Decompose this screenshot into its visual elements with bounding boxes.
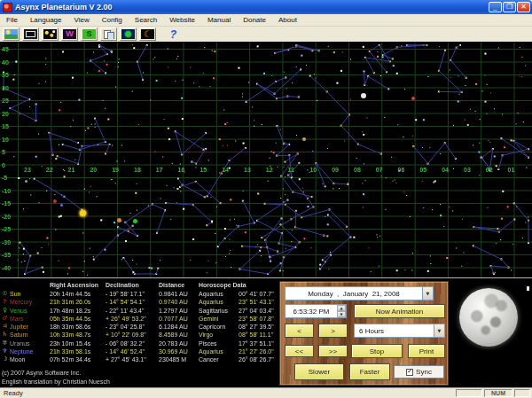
fast-back-button[interactable]: <<	[285, 345, 314, 357]
menu-language[interactable]: Language	[24, 14, 68, 26]
cell-dec: + 26° 49' 53.2"	[106, 315, 159, 323]
date-select[interactable]: Monday , January 21, 2008	[285, 286, 434, 300]
dec-label--15: -15	[2, 200, 11, 207]
copyright-line-1: (c) 2007 Asynx Software Inc.	[2, 369, 278, 378]
stop-button[interactable]: Stop	[351, 344, 403, 358]
sync-check-icon[interactable]	[406, 369, 413, 376]
cell-dist: 0.7077 AU	[159, 315, 199, 323]
neptune-marker[interactable]	[60, 204, 63, 207]
cell-sign: Pisces	[199, 339, 239, 347]
ra-label-12: 12	[266, 167, 273, 173]
spin-down-icon[interactable]: ▼	[337, 311, 346, 317]
interval-dropdown-arrow-icon[interactable]	[434, 324, 444, 337]
sync-checkbox[interactable]: Sync	[394, 365, 444, 378]
help-icon[interactable]: ?	[165, 27, 182, 41]
menu-config[interactable]: Config	[96, 14, 129, 26]
print-button[interactable]: Print	[408, 344, 445, 358]
planet-row-uranus: ♅Uranus23h 10m 15.4s- 06° 08' 32.2"20.78…	[0, 339, 278, 347]
ra-label-03: 03	[464, 167, 471, 173]
saturn-marker[interactable]	[302, 137, 306, 141]
moon-phase-icon[interactable]: ☾	[139, 27, 156, 41]
now-animation-button[interactable]: Now Animation	[354, 304, 445, 318]
cell-dec: + 27° 45' 43.1"	[106, 355, 159, 363]
time-spinner[interactable]: 6:53:32 PM ▲▼	[285, 304, 347, 318]
menu-bar: FileLanguageViewConfigSearchWebsiteManua…	[0, 14, 532, 27]
copy-icon[interactable]	[100, 27, 117, 41]
venus-marker[interactable]	[133, 219, 137, 223]
menu-about[interactable]: About	[272, 14, 303, 26]
planet-row-venus: ♀Venus17h 48m 18.2s- 22° 11' 43.4"1.2797…	[0, 307, 278, 315]
date-dropdown-arrow-icon[interactable]	[422, 287, 433, 300]
moon-marker[interactable]	[361, 93, 366, 98]
interval-select[interactable]: 6 Hours	[354, 324, 445, 338]
jupiter-marker[interactable]	[117, 218, 121, 222]
date-value: Monday , January 21, 2008	[286, 290, 422, 298]
uranus-marker[interactable]	[25, 180, 27, 183]
moon-image	[459, 288, 518, 347]
time-spin-buttons[interactable]: ▲▼	[337, 305, 346, 317]
planet-row-neptune: ♆Neptune21h 33m 58.1s- 14° 46' 52.4"30.9…	[0, 347, 278, 355]
cell-deg: 17° 37' 51.1"	[239, 339, 278, 347]
ra-label-16: 16	[178, 167, 185, 173]
dec-label--10: -10	[2, 188, 11, 194]
menu-website[interactable]: Website	[163, 14, 201, 26]
step-forward-button[interactable]: >	[318, 324, 348, 338]
mercury-marker[interactable]	[53, 199, 57, 203]
star-chart-icon[interactable]	[42, 27, 59, 41]
ra-label-05: 05	[419, 167, 426, 173]
cell-dist: 30.969 AU	[159, 347, 199, 355]
search-icon[interactable]: S	[81, 27, 98, 41]
cell-ra: 05h 35m 44.5s	[50, 315, 106, 323]
moon-phase-icon-glyph: ☾	[141, 29, 154, 39]
cell-name: Neptune	[10, 347, 50, 355]
menu-view[interactable]: View	[67, 14, 95, 26]
spin-up-icon[interactable]: ▲	[337, 305, 346, 311]
fast-forward-button[interactable]: >>	[318, 345, 348, 357]
mars-symbol-icon: ♂	[0, 315, 10, 323]
slower-button[interactable]: Slower	[294, 363, 344, 380]
cell-deg: 23° 58' 07.8"	[239, 315, 278, 323]
saturn-symbol-icon: ♄	[0, 331, 10, 339]
ra-label-08: 08	[354, 167, 361, 173]
cell-name: Uranus	[10, 339, 50, 347]
sun-symbol-icon: ☉	[0, 290, 10, 298]
search-icon-glyph: S	[82, 29, 96, 39]
minimize-button[interactable]: _	[489, 2, 502, 12]
window-title: Asynx Planetarium V 2.00	[15, 3, 489, 12]
cell-dec: - 14° 54' 54.1"	[106, 298, 159, 306]
night-view-icon[interactable]	[22, 27, 39, 41]
cell-dec: + 10° 22' 09.8"	[106, 331, 159, 339]
maximize-button[interactable]: ❐	[503, 2, 516, 12]
dec-label-5: 5	[2, 149, 5, 155]
status-text: Ready	[0, 389, 456, 397]
step-back-button[interactable]: <	[285, 324, 314, 338]
day-view-icon[interactable]	[3, 27, 20, 41]
planet-row-moon: ☽Moon07h 52m 34.4s+ 27° 45' 43.1"230485 …	[0, 355, 278, 363]
time-value: 6:53:32 PM	[286, 308, 337, 316]
dec-label-35: 35	[2, 72, 9, 78]
cell-sign: Virgo	[199, 331, 239, 339]
faster-button[interactable]: Faster	[349, 363, 390, 380]
star-map[interactable]: 454035302520151050-5-10-15-20-25-30-35-4…	[0, 42, 532, 277]
star-chart-icon-glyph	[43, 29, 57, 39]
menu-donate[interactable]: Donate	[237, 14, 272, 26]
close-button[interactable]: ✕	[517, 2, 530, 12]
cell-ra: 17h 48m 18.2s	[50, 307, 106, 315]
website-icon[interactable]: W	[61, 27, 78, 41]
header-distance: Distance	[159, 282, 199, 288]
bottom-strip: Right Ascension Declination Distance Hor…	[0, 277, 532, 387]
cell-dec: - 06° 08' 32.2"	[106, 339, 159, 347]
menu-search[interactable]: Search	[129, 14, 163, 26]
sun-marker[interactable]	[80, 210, 86, 216]
uranus-symbol-icon: ♅	[0, 339, 10, 347]
cell-dist: 0.9841 AU	[159, 290, 199, 298]
menu-file[interactable]: File	[0, 14, 24, 26]
night-view-icon-glyph	[24, 29, 37, 39]
mars-marker[interactable]	[411, 97, 415, 100]
cell-deg: 08° 27' 39.5"	[239, 323, 278, 331]
dec-label-30: 30	[2, 85, 9, 91]
cell-dist: 0.9740 AU	[159, 298, 199, 306]
menu-manual[interactable]: Manual	[201, 14, 237, 26]
dec-label--20: -20	[2, 214, 11, 220]
earth-icon[interactable]	[120, 27, 137, 41]
